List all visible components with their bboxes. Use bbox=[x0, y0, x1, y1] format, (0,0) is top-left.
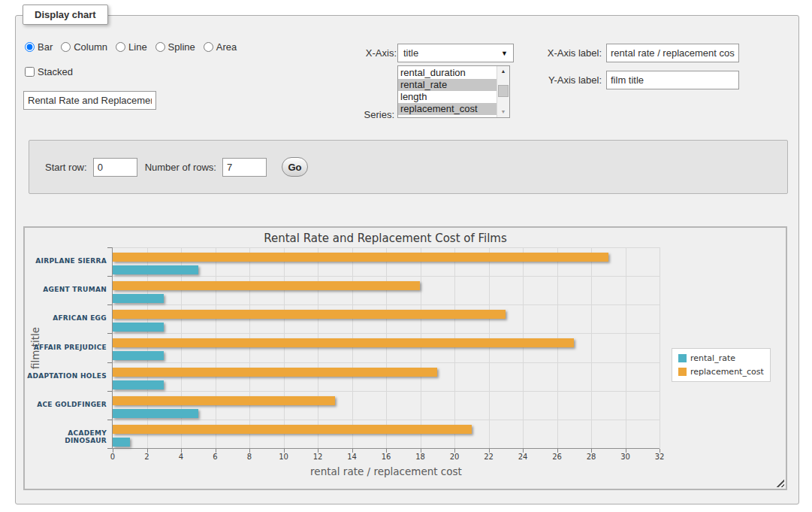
stacked-row: Stacked bbox=[25, 66, 73, 77]
series-label: Series: bbox=[339, 109, 394, 120]
y-axis-tick bbox=[107, 333, 112, 334]
num-rows-input[interactable] bbox=[222, 158, 267, 177]
bar-replacement_cost bbox=[113, 338, 574, 347]
chart-type-radios: BarColumnLineSplineArea bbox=[25, 41, 237, 53]
scroll-up-icon[interactable]: ▲ bbox=[497, 66, 509, 77]
x-tick-label: 32 bbox=[646, 453, 673, 461]
chart-type-option-column: Column bbox=[61, 41, 107, 53]
radio-label: Spline bbox=[168, 41, 195, 53]
legend-label: rental_rate bbox=[690, 353, 735, 363]
gridline bbox=[181, 247, 182, 448]
x-tick-label: 10 bbox=[270, 453, 297, 461]
series-option[interactable]: replacement_cost bbox=[398, 103, 497, 115]
y-axis-tick bbox=[107, 304, 112, 305]
radio-column[interactable] bbox=[61, 42, 71, 52]
series-option[interactable]: rental_rate bbox=[398, 79, 497, 91]
bar-replacement_cost bbox=[113, 425, 472, 434]
chart-type-option-bar: Bar bbox=[25, 41, 53, 53]
x-tick-label: 4 bbox=[168, 453, 195, 461]
x-tick-label: 20 bbox=[441, 453, 468, 461]
category-label: AGENT TRUMAN bbox=[27, 286, 107, 293]
x-axis-label-input[interactable] bbox=[606, 44, 739, 62]
legend-item[interactable]: rental_rate bbox=[678, 353, 764, 363]
series-listbox[interactable]: rental_durationrental_ratelengthreplacem… bbox=[397, 65, 510, 118]
gridline bbox=[113, 304, 660, 305]
radio-line[interactable] bbox=[116, 42, 125, 52]
y-axis-tick bbox=[107, 391, 112, 392]
series-option[interactable]: length bbox=[398, 91, 497, 103]
bar-replacement_cost bbox=[113, 310, 506, 319]
gridline bbox=[216, 247, 216, 448]
go-button[interactable]: Go bbox=[282, 157, 308, 177]
x-tick-label: 12 bbox=[304, 453, 331, 461]
gridline bbox=[249, 247, 250, 448]
bar-rental_rate bbox=[113, 265, 198, 274]
x-tick-label: 26 bbox=[544, 453, 571, 461]
x-axis-select[interactable]: title ▼ bbox=[397, 44, 514, 62]
bar-replacement_cost bbox=[113, 253, 608, 262]
scroll-thumb[interactable] bbox=[498, 85, 509, 97]
radio-label: Column bbox=[74, 41, 107, 53]
radio-label: Bar bbox=[38, 41, 53, 53]
chart-title: Rental Rate and Replacement Cost of Film… bbox=[25, 232, 746, 245]
bar-rental_rate bbox=[113, 294, 164, 303]
gridline bbox=[626, 247, 626, 448]
series-scrollbar[interactable]: ▲ ▼ bbox=[497, 66, 509, 117]
x-tick-label: 16 bbox=[373, 453, 400, 461]
gridline bbox=[557, 247, 558, 448]
gridline bbox=[113, 276, 660, 277]
radio-bar[interactable] bbox=[25, 42, 35, 52]
legend-label: replacement_cost bbox=[690, 367, 764, 377]
start-row-input[interactable] bbox=[93, 158, 137, 177]
gridline bbox=[284, 247, 285, 448]
x-tick-label: 8 bbox=[236, 453, 263, 461]
bar-replacement_cost bbox=[113, 281, 420, 290]
legend-item[interactable]: replacement_cost bbox=[678, 367, 764, 377]
x-tick-label: 0 bbox=[99, 453, 126, 461]
display-chart-fieldset: Display chart BarColumnLineSplineArea St… bbox=[15, 15, 799, 504]
x-tick-label: 30 bbox=[612, 453, 639, 461]
radio-area[interactable] bbox=[204, 42, 213, 52]
x-axis-label-label: X-Axis label: bbox=[533, 47, 602, 59]
chart-type-option-area: Area bbox=[204, 41, 237, 53]
chart-type-option-spline: Spline bbox=[155, 41, 195, 53]
category-label: AFRICAN EGG bbox=[27, 314, 107, 322]
plot-area: film title rental rate / replacement cos… bbox=[112, 247, 660, 449]
chart-type-option-line: Line bbox=[116, 41, 147, 53]
gridline bbox=[352, 247, 353, 448]
rows-panel: Start row: Number of rows: Go bbox=[29, 140, 788, 194]
legend-swatch bbox=[678, 354, 687, 362]
gridline bbox=[113, 391, 660, 392]
category-label: AFFAIR PREJUDICE bbox=[27, 344, 107, 351]
y-axis-label-input[interactable] bbox=[606, 71, 739, 89]
x-axis-select-label: X-Axis: bbox=[339, 47, 397, 59]
dropdown-arrow-icon: ▼ bbox=[501, 50, 508, 57]
gridline bbox=[113, 333, 660, 334]
category-label: ACE GOLDFINGER bbox=[27, 401, 107, 408]
category-label: ACADEMY DINOSAUR bbox=[27, 429, 107, 444]
x-tick-label: 2 bbox=[134, 453, 161, 461]
gridline bbox=[147, 247, 148, 448]
radio-spline[interactable] bbox=[155, 42, 165, 52]
category-label: AIRPLANE SIERRA bbox=[27, 257, 107, 265]
stacked-checkbox[interactable] bbox=[25, 67, 35, 77]
y-axis-tick bbox=[107, 276, 112, 277]
x-tick-label: 24 bbox=[509, 453, 536, 461]
bar-rental_rate bbox=[113, 409, 198, 418]
resize-grip-icon[interactable] bbox=[776, 479, 784, 487]
gridline bbox=[113, 420, 660, 420]
x-axis-select-value: title bbox=[403, 47, 418, 59]
bar-rental_rate bbox=[113, 351, 164, 360]
bar-rental_rate bbox=[113, 323, 164, 332]
radio-label: Area bbox=[216, 41, 237, 53]
y-axis-label-label: Y-Axis label: bbox=[533, 74, 602, 86]
y-axis-tick bbox=[107, 247, 112, 248]
scroll-down-icon[interactable]: ▼ bbox=[497, 107, 509, 117]
category-label: ADAPTATION HOLES bbox=[27, 372, 107, 380]
chart-title-input[interactable] bbox=[23, 91, 156, 110]
series-option[interactable]: rental_duration bbox=[398, 67, 497, 79]
gridline bbox=[113, 362, 660, 363]
y-axis-tick bbox=[107, 362, 112, 363]
legend-swatch bbox=[678, 368, 687, 376]
bar-rental_rate bbox=[113, 380, 164, 389]
